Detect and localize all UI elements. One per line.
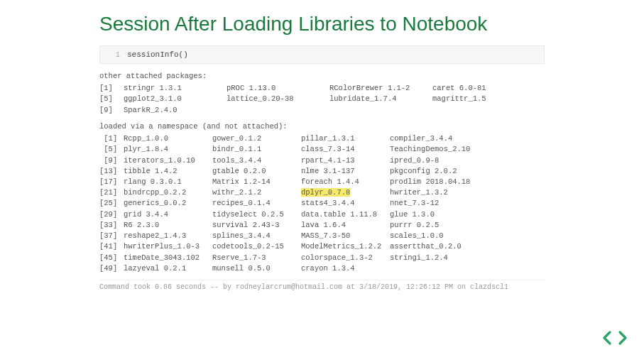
package-name: tools_3.4.4 [212, 155, 301, 166]
package-name: MASS_7.3-50 [301, 231, 390, 241]
output-loaded: loaded via a namespace (and not attached… [99, 121, 545, 274]
package-name: tidyselect 0.2.5 [212, 209, 301, 220]
package-name: withr_2.1.2 [212, 187, 301, 198]
package-name: crayon 1.3.4 [301, 263, 390, 274]
package-name: stringi_1.2.4 [390, 253, 479, 263]
package-name: hwriterPlus_1.0-3 [124, 241, 212, 252]
row-index: [33] [99, 220, 124, 231]
package-name: gtable 0.2.0 [212, 166, 301, 177]
row-index: [1] [99, 133, 124, 144]
package-name: ipred_0.9-8 [390, 155, 479, 166]
row-index: [1] [99, 83, 124, 94]
row-index: [41] [99, 241, 124, 252]
package-row: [25]generics_0.0.2recipes_0.1.4stats4_3.… [99, 198, 545, 209]
package-name: splines_3.4.4 [212, 231, 301, 241]
package-row: [33]R6 2.3.0survival 2.43-3lava 1.6.4pur… [99, 220, 545, 231]
nav-chevrons-icon[interactable] [601, 329, 628, 346]
package-name: data.table 1.11.8 [301, 209, 390, 220]
package-name [432, 105, 535, 116]
row-index: [13] [99, 166, 124, 177]
code-text: sessionInfo() [127, 50, 188, 59]
package-name: dplyr_0.7.8 [301, 187, 390, 198]
package-name: caret 6.0-81 [432, 83, 535, 94]
package-name: rlang 0.3.0.1 [124, 177, 212, 187]
row-index: [5] [99, 144, 124, 155]
package-name: scales_1.0.0 [390, 231, 479, 241]
package-name: glue 1.3.0 [390, 209, 479, 220]
package-row: [49]lazyeval 0.2.1munsell 0.5.0crayon 1.… [99, 263, 545, 274]
package-name: Rcpp_1.0.0 [124, 133, 212, 144]
package-row: [21]bindrcpp_0.2.2withr_2.1.2dplyr_0.7.8… [99, 187, 545, 198]
row-index: [25] [99, 198, 124, 209]
package-name: pkgconfig 2.0.2 [390, 166, 479, 177]
package-name: bindr_0.1.1 [212, 144, 301, 155]
package-name [390, 263, 479, 274]
package-name: foreach 1.4.4 [301, 177, 390, 187]
package-name: class_7.3-14 [301, 144, 390, 155]
package-name: lubridate_1.7.4 [329, 94, 432, 104]
output-attached: other attached packages: [1]stringr 1.3.… [99, 71, 545, 116]
package-name: timeDate_3043.102 [124, 253, 212, 263]
attached-heading: other attached packages: [99, 71, 545, 82]
package-name: pillar_1.3.1 [301, 133, 390, 144]
package-name: nnet_7.3-12 [390, 198, 479, 209]
page-title: Session After Loading Libraries to Noteb… [0, 0, 644, 45]
package-row: [45]timeDate_3043.102Rserve_1.7-3colorsp… [99, 253, 545, 263]
package-name: ModelMetrics_1.2.2 [301, 241, 390, 252]
package-name: magrittr_1.5 [432, 94, 535, 104]
loaded-heading: loaded via a namespace (and not attached… [99, 121, 545, 132]
package-name: tibble 1.4.2 [124, 166, 212, 177]
package-row: [29]grid 3.4.4tidyselect 0.2.5data.table… [99, 209, 545, 220]
package-row: [5]ggplot2_3.1.0lattice_0.20-38lubridate… [99, 94, 545, 104]
row-index: [49] [99, 263, 124, 274]
package-name: recipes_0.1.4 [212, 198, 301, 209]
package-name [329, 105, 432, 116]
package-row: [1]Rcpp_1.0.0gower_0.1.2pillar_1.3.1comp… [99, 133, 545, 144]
package-name: nlme 3.1-137 [301, 166, 390, 177]
package-row: [41]hwriterPlus_1.0-3codetools_0.2-15Mod… [99, 241, 545, 252]
package-name: SparkR_2.4.0 [124, 105, 227, 116]
package-name: assertthat_0.2.0 [390, 241, 479, 252]
row-index: [9] [99, 105, 124, 116]
package-row: [17]rlang 0.3.0.1Matrix 1.2-14foreach 1.… [99, 177, 545, 187]
package-name: Rserve_1.7-3 [212, 253, 301, 263]
package-name: lazyeval 0.2.1 [124, 263, 212, 274]
row-index: [45] [99, 253, 124, 263]
package-name: codetools_0.2-15 [212, 241, 301, 252]
package-name: grid 3.4.4 [124, 209, 212, 220]
package-name: munsell 0.5.0 [212, 263, 301, 274]
package-name: rpart_4.1-13 [301, 155, 390, 166]
package-row: [9]SparkR_2.4.0 [99, 105, 545, 116]
package-name [227, 105, 329, 116]
package-name: compiler_3.4.4 [390, 133, 479, 144]
package-name: RColorBrewer 1.1-2 [329, 83, 432, 94]
package-name: generics_0.0.2 [124, 198, 212, 209]
package-name: hwriter_1.3.2 [390, 187, 479, 198]
package-name: pROC 1.13.0 [227, 83, 329, 94]
package-name: stringr 1.3.1 [124, 83, 227, 94]
package-name: lattice_0.20-38 [227, 94, 329, 104]
package-name: gower_0.1.2 [212, 133, 301, 144]
row-index: [17] [99, 177, 124, 187]
command-footer: Command took 0.86 seconds -- by rodneyla… [99, 280, 545, 291]
code-cell[interactable]: 1sessionInfo() [99, 45, 545, 64]
package-row: [37]reshape2_1.4.3splines_3.4.4MASS_7.3-… [99, 231, 545, 241]
package-name: TeachingDemos_2.10 [390, 144, 479, 155]
row-index: [5] [99, 94, 124, 104]
row-index: [29] [99, 209, 124, 220]
package-name: lava 1.6.4 [301, 220, 390, 231]
package-name: survival 2.43-3 [212, 220, 301, 231]
package-row: [1]stringr 1.3.1pROC 1.13.0RColorBrewer … [99, 83, 545, 94]
package-name: iterators_1.0.10 [124, 155, 212, 166]
row-index: [37] [99, 231, 124, 241]
package-row: [13]tibble 1.4.2gtable 0.2.0nlme 3.1-137… [99, 166, 545, 177]
package-name: R6 2.3.0 [124, 220, 212, 231]
package-name: plyr_1.8.4 [124, 144, 212, 155]
package-name: reshape2_1.4.3 [124, 231, 212, 241]
package-row: [9]iterators_1.0.10tools_3.4.4rpart_4.1-… [99, 155, 545, 166]
package-name: Matrix 1.2-14 [212, 177, 301, 187]
row-index: [21] [99, 187, 124, 198]
package-row: [5]plyr_1.8.4bindr_0.1.1class_7.3-14Teac… [99, 144, 545, 155]
package-name: ggplot2_3.1.0 [124, 94, 227, 104]
package-name: prodlim 2018.04.18 [390, 177, 479, 187]
